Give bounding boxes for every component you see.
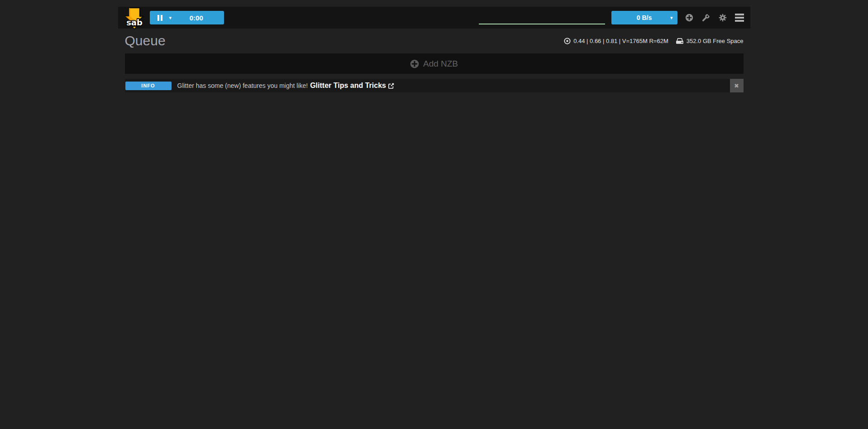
gear-icon	[719, 14, 727, 22]
add-nzb-label: Add NZB	[423, 59, 458, 69]
main-container: sab ▾ 0:00 0 B/s ▾	[118, 7, 750, 92]
close-alert-button[interactable]: ✖	[730, 79, 744, 92]
wrench-icon	[702, 14, 710, 22]
sabnzbd-logo-icon[interactable]: sab	[124, 7, 145, 29]
pause-timer[interactable]: 0:00	[172, 14, 224, 22]
top-navbar: sab ▾ 0:00 0 B/s ▾	[118, 7, 750, 29]
add-nzb-nav-button[interactable]	[684, 13, 694, 23]
plus-circle-icon	[410, 59, 419, 68]
glitter-tips-link-label: Glitter Tips and Tricks	[310, 82, 386, 90]
pause-control-group: ▾ 0:00	[150, 11, 224, 24]
glitter-tips-link[interactable]: Glitter Tips and Tricks	[310, 82, 394, 90]
logo-text: sab	[126, 18, 143, 27]
info-badge: INFO	[125, 82, 172, 90]
close-icon: ✖	[734, 82, 739, 89]
dot-circle-icon	[564, 38, 571, 44]
add-nzb-dropzone[interactable]: Add NZB	[125, 53, 744, 74]
pause-button[interactable]: ▾	[150, 11, 172, 24]
speed-label: 0 B/s	[637, 14, 652, 21]
pause-icon	[157, 15, 162, 21]
performance-stats: 0.44 | 0.66 | 0.81 | V=1765M R=62M	[573, 38, 668, 44]
page-title: Queue	[125, 33, 166, 48]
page-header: Queue 0.44 | 0.66 | 0.81 | V=1765M R=62M…	[118, 33, 750, 49]
queue-actions-button[interactable]	[701, 13, 711, 23]
plus-circle-icon	[685, 14, 693, 22]
settings-button[interactable]	[718, 13, 728, 23]
status-stats: 0.44 | 0.66 | 0.81 | V=1765M R=62M 352.0…	[564, 38, 743, 44]
free-space-group: 352.0 GB Free Space	[676, 38, 744, 44]
free-space-text: 352.0 GB Free Space	[687, 38, 744, 44]
info-alert: INFO Glitter has some (new) features you…	[125, 79, 744, 92]
chevron-down-icon: ▾	[670, 15, 673, 20]
speed-limit-dropdown[interactable]: 0 B/s ▾	[611, 11, 677, 24]
hamburger-menu-icon[interactable]	[734, 13, 744, 23]
external-link-icon	[388, 83, 394, 89]
hdd-icon	[676, 38, 684, 44]
search-input[interactable]	[479, 11, 605, 24]
alert-message: Glitter has some (new) features you migh…	[177, 82, 308, 89]
